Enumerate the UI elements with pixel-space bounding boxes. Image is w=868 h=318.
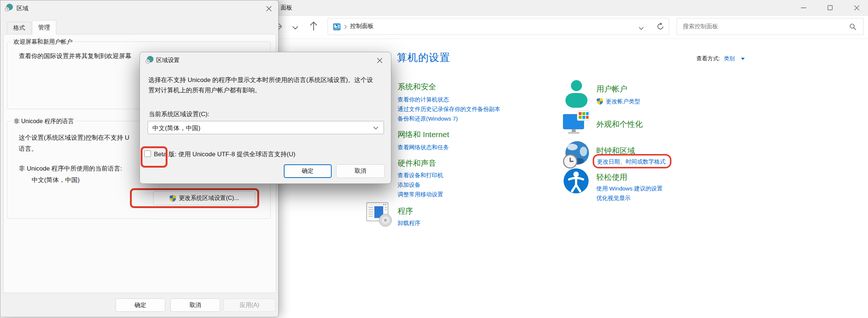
tab-administrative[interactable]: 管理 [32,20,56,35]
settings-cancel-button[interactable]: 取消 [336,164,385,178]
category-appearance[interactable]: 外观和个性化 [596,119,643,129]
ease-of-access-icon[interactable] [562,167,590,197]
system-locale-select[interactable]: 中文(简体，中国) [148,121,384,134]
settings-dialog-titlebar: 区域设置 [140,52,391,68]
link-suggested-settings[interactable]: 使用 Windows 建议的设置 [596,185,663,193]
settings-dialog-close-button[interactable] [373,55,386,65]
maximize-icon [828,5,833,10]
link-change-date-time-format[interactable]: 更改日期、时间或数字格式 [597,158,666,166]
region-globe-icon [5,3,14,12]
address-dropdown-button[interactable] [639,25,644,32]
tab-format-label: 格式 [13,24,25,32]
non-unicode-desc-line1: 这个设置(系统区域设置)控制在不支持 U [19,133,129,142]
current-language-value: 中文(简体，中国) [32,176,80,184]
system-locale-value: 中文(简体，中国) [152,124,200,132]
address-bar[interactable]: 控制面板 [328,18,669,35]
current-locale-label: 当前系统区域设置(C): [149,110,209,118]
link-file-history[interactable]: 通过文件历史记录保存你的文件备份副本 [398,106,500,113]
link-change-account-type[interactable]: 更改帐户类型 [606,98,640,106]
chevron-down-icon [639,27,644,30]
tab-format[interactable]: 格式 [7,22,31,34]
welcome-screen-groupbox-label: 欢迎屏幕和新用户帐户 [12,38,74,46]
search-box [677,18,864,35]
region-dialog-close-button[interactable] [262,3,275,14]
beta-utf8-checkbox[interactable] [144,150,151,157]
link-backup-restore[interactable]: 备份和还原(Windows 7) [398,115,458,123]
maximize-button[interactable] [822,0,839,15]
minimize-icon [801,7,806,8]
chevron-down-icon [373,126,378,130]
non-unicode-groupbox-label: 非 Unicode 程序的语言 [12,118,76,125]
uac-shield-icon [169,195,176,202]
change-system-locale-button[interactable]: 更改系统区域设置(C)... [153,191,255,205]
breadcrumb[interactable]: 控制面板 [350,22,374,30]
search-input[interactable] [682,19,846,34]
category-user-accounts[interactable]: 用户帐户 [596,84,627,94]
user-accounts-icon[interactable] [562,79,590,110]
link-uninstall-program[interactable]: 卸载程序 [398,219,420,227]
region-apply-button[interactable]: 应用(A) [223,299,275,312]
view-by-label: 查看方式: [696,55,720,62]
category-hardware-sound[interactable]: 硬件和声音 [398,158,436,168]
screen: 面板 [0,0,868,318]
region-globe-icon [145,56,154,64]
category-programs[interactable]: 程序 [398,206,413,216]
close-icon [854,5,860,11]
control-panel-icon [333,23,341,31]
up-arrow-icon [309,21,318,31]
category-system-security[interactable]: 系统和安全 [398,82,436,92]
programs-icon[interactable] [366,200,394,230]
view-by-caret-icon [741,58,745,60]
link-network-status[interactable]: 查看网络状态和任务 [398,144,449,151]
refresh-icon [656,22,664,31]
close-button[interactable] [848,0,865,15]
settings-desc-line2: 置对计算机上的所有用户帐户都有影响。 [148,86,261,94]
welcome-screen-description: 查看你的国际设置并将其复制到欢迎屏幕 [19,52,131,60]
page-title: 算机的设置 [397,51,450,65]
history-dropdown-button[interactable] [292,25,298,31]
category-ease-of-access[interactable]: 轻松使用 [596,172,627,182]
current-language-label: 非 Unicode 程序中所使用的当前语言: [19,164,122,173]
change-system-locale-label: 更改系统区域设置(C)... [179,194,239,202]
settings-ok-button[interactable]: 确定 [284,164,332,178]
cp-window-title: 面板 [280,4,292,12]
settings-desc-line1: 选择在不支持 Unicode 的程序中显示文本时所使用的语言(系统区域设置)。这… [148,76,373,84]
tab-administrative-label: 管理 [38,24,50,32]
beta-utf8-label[interactable]: Beta 版: 使用 Unicode UTF-8 提供全球语言支持(U) [154,150,295,158]
non-unicode-desc-line2: 语言。 [19,144,38,153]
chevron-down-icon [292,26,298,30]
link-optimize-visual[interactable]: 优化视觉显示 [596,194,631,202]
search-icon[interactable] [849,23,857,31]
region-cancel-button[interactable]: 取消 [170,299,220,312]
category-clock-region[interactable]: 时钟和区域 [596,146,635,156]
link-mobility-settings[interactable]: 调整常用移动设置 [398,191,443,199]
link-computer-status[interactable]: 查看你的计算机状态 [398,96,449,104]
breadcrumb-chevron-icon [344,25,347,29]
link-devices-printers[interactable]: 查看设备和打印机 [398,172,443,179]
region-settings-dialog: 区域设置 选择在不支持 Unicode 的程序中显示文本时所使用的语言(系统区域… [140,52,391,184]
uac-shield-icon [596,98,603,105]
close-icon [266,6,272,11]
view-by-value[interactable]: 类别 [724,55,735,62]
refresh-button[interactable] [656,22,664,32]
appearance-icon[interactable] [562,110,591,140]
region-dialog-titlebar: 区域 [0,0,278,16]
close-icon [377,58,382,63]
up-button[interactable] [309,21,318,33]
category-network-internet[interactable]: 网络和 Internet [398,129,449,140]
region-ok-button[interactable]: 确定 [116,299,165,312]
minimize-button[interactable] [795,0,812,15]
region-dialog-title: 区域 [17,5,28,12]
settings-dialog-title: 区域设置 [156,57,180,64]
link-add-device[interactable]: 添加设备 [398,181,420,189]
